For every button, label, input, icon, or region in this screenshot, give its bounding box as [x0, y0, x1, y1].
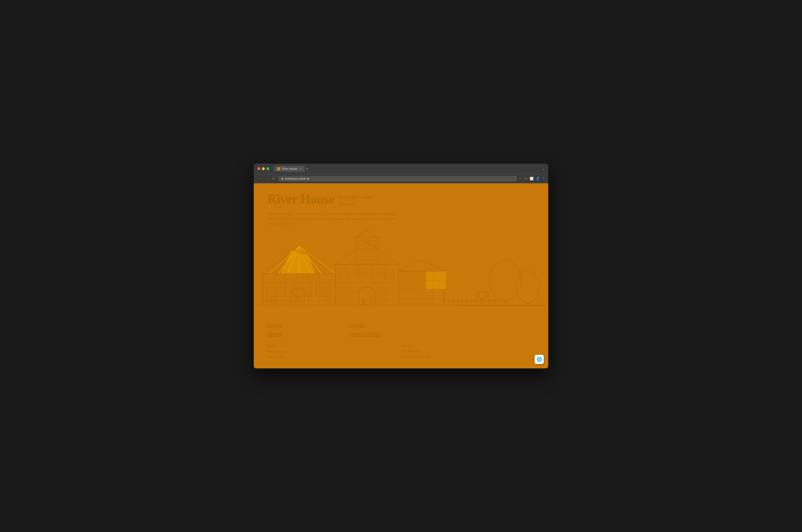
building-svg — [254, 228, 548, 314]
contact-email: info@riverhouse.com — [402, 354, 535, 359]
titlebar: River House ✕ + ⌄ — [254, 164, 548, 174]
url-text: riverhouse.univer.se — [285, 177, 309, 180]
share-icon[interactable]: ⬜ — [530, 177, 534, 181]
address-bar[interactable]: 🔒 riverhouse.univer.se — [278, 176, 517, 182]
lock-icon: 🔒 — [281, 177, 284, 180]
bookmark-icon[interactable]: ☆ — [519, 177, 522, 181]
subtitle-line1: restaurant + tavern — [339, 194, 373, 201]
info-icon[interactable]: ⓘ — [524, 177, 528, 181]
building-illustration — [254, 228, 548, 314]
globe-button[interactable]: 🌐 — [535, 355, 544, 364]
back-button[interactable]: ← — [257, 176, 262, 181]
toolbar-actions: ☆ ⓘ ⬜ 👤 ⋮ — [519, 177, 545, 181]
site-subtitle: restaurant + tavern delaware — [339, 194, 373, 207]
active-tab[interactable]: River House ✕ — [274, 166, 305, 172]
site-footer: address 96 cooper street delaware md con… — [267, 344, 535, 359]
profile-icon[interactable]: 👤 — [536, 177, 540, 181]
menu-link[interactable]: menu — [267, 321, 291, 328]
tab-bar: River House ✕ + — [274, 166, 539, 172]
reservations-link[interactable]: reservations — [350, 330, 381, 337]
site-navigation: menu hours about reservations — [267, 321, 381, 337]
contact-label: contact — [402, 344, 535, 348]
contact-section: contact 245-745-1236 info@riverhouse.com — [402, 344, 535, 359]
address-line1: 96 cooper street — [267, 349, 400, 354]
about-link[interactable]: about — [267, 330, 291, 337]
close-button[interactable] — [257, 167, 260, 170]
address-section: address 96 cooper street delaware md — [267, 344, 400, 359]
website-content: River House restaurant + tavern delaware… — [254, 183, 548, 368]
forward-button[interactable]: → — [264, 176, 269, 181]
address-label: address — [267, 344, 400, 348]
menu-icon[interactable]: ⋮ — [542, 177, 545, 181]
site-header: River House restaurant + tavern delaware — [267, 192, 535, 207]
tab-favicon — [277, 167, 280, 170]
traffic-lights — [257, 167, 269, 170]
browser-window: River House ✕ + ⌄ ← → ↻ 🔒 riverhouse.uni… — [254, 164, 548, 368]
minimize-button[interactable] — [262, 167, 265, 170]
site-quote: "All men are hungry... They must eat, an… — [267, 212, 399, 226]
tab-title: River House — [282, 167, 297, 170]
reload-button[interactable]: ↻ — [271, 176, 276, 181]
site-title: River House — [267, 192, 335, 206]
maximize-button[interactable] — [266, 167, 269, 170]
new-tab-button[interactable]: + — [306, 167, 308, 171]
address-line2: delaware md — [267, 354, 400, 359]
tab-close-button[interactable]: ✕ — [300, 168, 302, 170]
contact-phone: 245-745-1236 — [402, 349, 535, 354]
browser-toolbar: ← → ↻ 🔒 riverhouse.univer.se ☆ ⓘ ⬜ 👤 ⋮ — [254, 174, 548, 183]
subtitle-line2: delaware — [339, 201, 373, 207]
svg-rect-47 — [361, 298, 365, 305]
window-controls-chevron[interactable]: ⌄ — [542, 167, 545, 171]
hours-link[interactable]: hours — [350, 321, 381, 328]
